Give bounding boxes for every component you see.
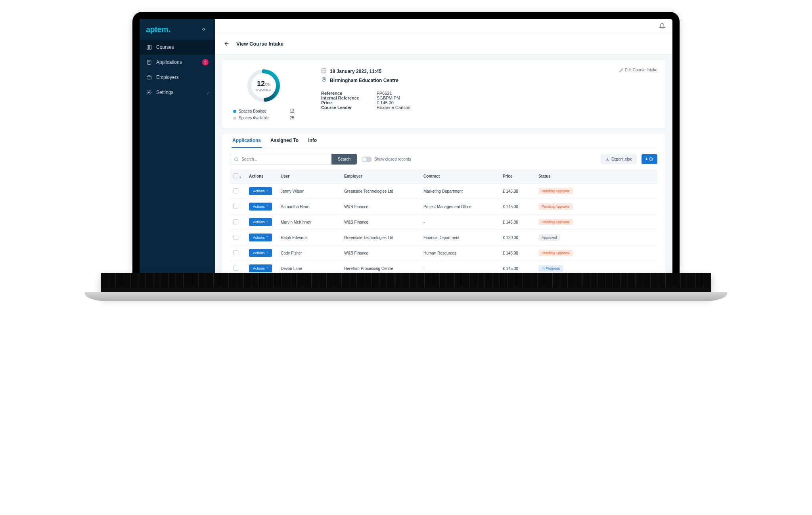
sidebar-item-label: Courses — [156, 44, 174, 50]
booking-donut-chart: 12/25 BOOKED — [246, 68, 282, 103]
back-button[interactable] — [222, 39, 232, 48]
cell-contract: Finance Department — [420, 230, 500, 245]
notification-bell-icon[interactable] — [659, 23, 665, 29]
booked-total: /25 — [265, 82, 270, 87]
pencil-icon — [619, 68, 623, 72]
cell-employer: W&B Finance — [341, 214, 420, 230]
legend-label: Spaces Available — [239, 116, 269, 120]
sidebar-item-courses[interactable]: Courses — [140, 40, 215, 55]
cell-price: £ 145.00 — [500, 199, 535, 214]
table-row: Actions ˅Jenny WilsonGreenside Technolog… — [230, 184, 657, 199]
sidebar: aptem. CoursesApplications3EmployersSett… — [140, 19, 215, 273]
status-badge: Pending Approval — [538, 219, 573, 225]
sidebar-item-label: Employers — [156, 75, 179, 80]
svg-rect-3 — [147, 76, 151, 79]
applications-table: ▾ Actions User Employer Contract Price S… — [230, 169, 657, 273]
page-title: View Course Intake — [236, 41, 283, 47]
cell-price: £ 145.00 — [500, 261, 535, 273]
cell-price: £ 120.00 — [500, 230, 535, 245]
edit-course-intake-link[interactable]: Edit Course Intake — [619, 68, 657, 72]
row-actions-button[interactable]: Actions ˅ — [249, 218, 272, 226]
legend-value: 25 — [290, 116, 294, 120]
svg-point-8 — [323, 78, 325, 80]
row-actions-button[interactable]: Actions ˅ — [249, 234, 272, 241]
table-row: Actions ˅Cody FisherW&B FinanceHuman Res… — [230, 245, 657, 261]
create-button[interactable]: +Cr — [642, 154, 657, 164]
row-checkbox[interactable] — [233, 250, 238, 255]
sidebar-item-label: Applications — [156, 59, 182, 65]
show-closed-records-toggle[interactable] — [362, 157, 372, 162]
course-location: Birmingham Education Centre — [330, 78, 398, 83]
page-header: View Course Intake — [215, 33, 672, 54]
tab-applications[interactable]: Applications — [232, 134, 262, 148]
settings-icon — [146, 89, 152, 96]
table-row: Actions ˅Devon LaneHereford Processing C… — [230, 261, 657, 273]
cell-contract: Project Management Office — [420, 199, 500, 214]
cell-employer: Greenside Technologies Ltd — [341, 230, 420, 245]
search-button[interactable]: Search — [331, 154, 357, 165]
booked-label: BOOKED — [256, 88, 271, 92]
download-icon — [605, 157, 609, 161]
cell-contract: Marketing Department — [420, 184, 500, 199]
toggle-label: Show closed records — [374, 157, 411, 161]
cell-contract: - — [420, 214, 500, 230]
row-actions-button[interactable]: Actions ˅ — [249, 264, 272, 272]
col-price: Price — [500, 169, 535, 184]
row-actions-button[interactable]: Actions ˅ — [249, 249, 272, 257]
tab-info[interactable]: Info — [307, 134, 318, 148]
chevron-right-icon: › — [207, 90, 209, 95]
sidebar-collapse-button[interactable] — [199, 25, 209, 34]
chevron-left-double-icon — [201, 27, 207, 32]
legend-value: 12 — [290, 109, 294, 113]
col-user: User — [278, 169, 341, 184]
sidebar-item-employers[interactable]: Employers — [140, 70, 215, 85]
legend-dot — [233, 110, 236, 113]
tab-assigned-to[interactable]: Assigned To — [270, 134, 299, 148]
row-actions-button[interactable]: Actions ˅ — [249, 187, 272, 195]
status-badge: Approved — [538, 234, 560, 241]
col-actions: Actions — [246, 169, 278, 184]
course-datetime: 18 January 2023, 11:45 — [330, 69, 381, 74]
search-input[interactable] — [230, 154, 331, 165]
col-status: Status — [535, 169, 657, 184]
row-actions-button[interactable]: Actions ˅ — [249, 203, 272, 211]
row-checkbox[interactable] — [233, 188, 238, 193]
topbar — [215, 19, 672, 33]
arrow-left-icon — [224, 40, 230, 47]
summary-card: 12/25 BOOKED Spaces Booked12Spaces Avail… — [222, 60, 665, 128]
svg-rect-1 — [149, 45, 151, 50]
cell-contract: Human Resources — [420, 245, 500, 261]
row-checkbox[interactable] — [233, 266, 238, 271]
export-xlsx-button[interactable]: Export .xlsx — [601, 154, 637, 164]
main-content: View Course Intake — [215, 19, 672, 273]
cell-user: Marvin McKinney — [278, 214, 341, 230]
legend-label: Spaces Booked — [239, 109, 266, 113]
cell-user: Cody Fisher — [278, 245, 341, 261]
row-checkbox[interactable] — [233, 235, 238, 240]
select-all-checkbox[interactable] — [233, 173, 238, 178]
cell-user: Devon Lane — [278, 261, 341, 273]
field-value: FP6621 — [377, 91, 392, 96]
sidebar-item-label: Settings — [156, 90, 173, 95]
svg-rect-7 — [322, 69, 326, 73]
col-employer: Employer — [341, 169, 420, 184]
status-badge: Pending Approval — [538, 250, 573, 256]
cell-contract: - — [420, 261, 500, 273]
field-value: Roxanne Carlson — [377, 105, 410, 110]
row-checkbox[interactable] — [233, 204, 238, 209]
cell-employer: W&B Finance — [341, 245, 420, 261]
employers-icon — [146, 74, 152, 80]
calendar-icon — [321, 68, 327, 75]
cell-price: £ 145.00 — [500, 184, 535, 199]
row-checkbox[interactable] — [233, 219, 238, 224]
col-contract: Contract — [420, 169, 500, 184]
cell-price: £ 145.00 — [500, 245, 535, 261]
field-key: Price — [321, 100, 369, 105]
cell-user: Ralph Edwards — [278, 230, 341, 245]
cell-price: £ 145.00 — [500, 214, 535, 230]
field-value: £ 145.00 — [377, 100, 394, 105]
field-key: Course Leader — [321, 105, 369, 110]
location-pin-icon — [321, 77, 327, 84]
sidebar-item-applications[interactable]: Applications3 — [140, 55, 215, 70]
sidebar-item-settings[interactable]: Settings› — [140, 85, 215, 100]
